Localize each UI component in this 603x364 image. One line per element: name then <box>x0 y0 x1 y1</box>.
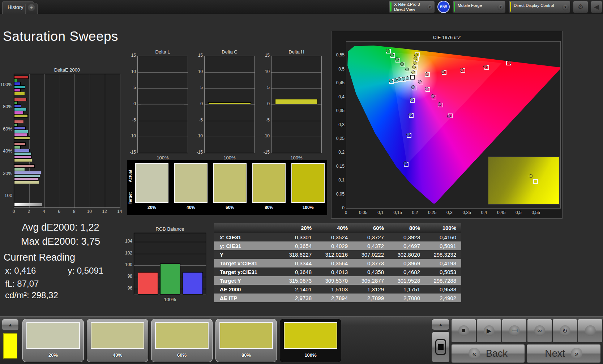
deltae-bar <box>14 76 29 79</box>
delta-lch-charts: Delta L151050-5-10-15100%Delta C151050-5… <box>137 49 340 161</box>
meter-name: X-Rite i1Pro 3 <box>394 2 420 7</box>
table-cell: 0,4358 <box>353 269 389 275</box>
pattern-source-selector[interactable]: Mobile Forge ▼ <box>452 1 506 13</box>
add-tab-button[interactable]: + <box>25 3 38 14</box>
table-cell: 1,5103 <box>317 286 353 292</box>
cie-measured-point <box>483 65 487 68</box>
transport-play-button[interactable]: ▶ <box>476 319 501 343</box>
table-row-label: Target x:CIE31 <box>214 260 281 266</box>
table-cell: 0,5053 <box>425 269 461 275</box>
color-swatch <box>174 163 208 203</box>
delta-bar <box>275 99 318 104</box>
gridline <box>134 242 206 242</box>
cie-measured-point <box>431 94 435 98</box>
gridline <box>60 74 60 207</box>
y-tick-label: -10 <box>191 133 203 138</box>
swatch-label: 40% <box>174 205 208 210</box>
delta-bar <box>141 104 184 104</box>
table-header-cell: 20% <box>281 225 317 231</box>
delta-plot-area <box>204 56 255 153</box>
transport-stop-button[interactable]: ■ <box>451 319 476 343</box>
deltae-bar <box>14 114 28 117</box>
table-cell: 0,3923 <box>389 234 425 240</box>
color-swatch <box>252 163 286 203</box>
next-label: Next <box>545 348 565 359</box>
delta-chart-title: Delta L <box>137 49 188 55</box>
deltae-bar <box>14 89 21 92</box>
cie-x-tick: 0,35 <box>459 210 474 215</box>
table-row: Target Y315,0673309,5370305,2877301,9528… <box>214 276 461 285</box>
y-tick-label: 0 <box>191 101 203 106</box>
table-header-cell: 100% <box>425 225 461 231</box>
meter-count-badge[interactable]: 658 <box>437 1 450 13</box>
pattern-source-status-stripe <box>454 2 455 12</box>
actual-row-label: Actual <box>128 165 134 187</box>
display-control-status-stripe <box>510 2 511 12</box>
table-cell: 2,9738 <box>281 295 317 301</box>
cie-x-tick: 0,55 <box>529 210 543 215</box>
table-cell: 302,8020 <box>389 252 425 258</box>
cie-y-tick: 0,45 <box>332 80 345 85</box>
cie-x-tick: 0,4 <box>477 210 491 215</box>
table-cell: 0,9533 <box>425 286 461 292</box>
deltae-bar <box>14 152 31 155</box>
table-cell: 0,3727 <box>353 234 389 240</box>
table-cell: 0,3344 <box>281 260 317 266</box>
pattern-swatch <box>219 322 273 349</box>
pattern-level-button-60%[interactable]: 60% <box>151 319 213 362</box>
cie-x-tick: 0 <box>339 210 353 215</box>
cie-chart-title: CIE 1976 u'v' <box>332 35 562 40</box>
deltae-bar <box>14 82 21 85</box>
cie-measured-point <box>386 49 389 52</box>
pattern-swatch <box>284 322 337 349</box>
y-tick-label: 96 <box>120 286 132 291</box>
table-cell: 298,3232 <box>425 252 461 258</box>
refresh-icon: ↻ <box>560 325 570 336</box>
cie-measured-point <box>405 68 409 71</box>
gridline <box>138 104 188 105</box>
chevron-down-icon: ▼ <box>497 4 504 10</box>
table-header-cell: 40% <box>317 225 353 231</box>
transport-refresh-button[interactable]: ↻ <box>552 319 577 343</box>
table-cell: 0,4697 <box>389 243 425 249</box>
pattern-level-button-20%[interactable]: 20% <box>22 319 84 362</box>
next-button[interactable]: Next » <box>526 344 601 363</box>
transport-interval-button[interactable]: ⊢⊣ <box>502 319 527 343</box>
cie-y-tick: 0,25 <box>332 136 345 141</box>
cie-measured-point <box>529 174 533 178</box>
back-button[interactable]: « Back <box>451 344 525 363</box>
x-axis-label: 100% <box>204 155 255 160</box>
transport-collapse-button[interactable]: ▲ <box>432 319 450 330</box>
x-tick-label: 2 <box>25 209 33 214</box>
display-control-selector[interactable]: Direct Display Control ▼ <box>508 1 570 13</box>
collapse-panel-button[interactable]: ◀ <box>591 1 602 13</box>
rgb-bar <box>183 272 203 295</box>
deltae2000-chart: DeltaE 200002468101214100%80%60%40%20%10… <box>0 64 125 220</box>
gridline <box>138 72 188 73</box>
transport-extra-button[interactable] <box>578 319 603 343</box>
pattern-level-button-40%[interactable]: 40% <box>87 319 148 362</box>
deltae-bar <box>14 149 30 152</box>
x-tick-label: 0 <box>9 209 18 214</box>
cie-x-tick: 0,45 <box>494 210 509 215</box>
x-axis-label: 100% <box>271 155 322 160</box>
swatch-label: 100% <box>291 205 325 210</box>
table-row: ΔE ITP2,97382,78942,78992,70802,4902 <box>214 294 461 302</box>
pattern-window-button[interactable] <box>432 331 450 363</box>
pattern-bar-collapse-button[interactable]: ▲ <box>2 319 19 331</box>
pattern-level-button-100%[interactable]: 100% <box>280 319 341 362</box>
table-row-label: Target Y <box>214 278 281 284</box>
gridline <box>271 121 321 121</box>
x-axis-label: 100% <box>134 297 206 302</box>
pattern-preview-swatch[interactable] <box>3 333 17 359</box>
rgb-bar <box>160 264 180 295</box>
transport-infinity-button[interactable]: ∞ <box>527 319 552 343</box>
pattern-level-label: 80% <box>216 352 277 358</box>
group-label: 100 <box>0 193 12 198</box>
meter-selector[interactable]: X-Rite i1Pro 3 Direct View ▼ <box>389 1 435 13</box>
y-tick-label: 5 <box>191 85 203 90</box>
cie-measured-point <box>409 113 412 116</box>
pattern-level-button-80%[interactable]: 80% <box>215 319 277 362</box>
cie-x-tick: 0,2 <box>408 210 422 215</box>
settings-button[interactable]: ⚙ <box>573 1 588 13</box>
